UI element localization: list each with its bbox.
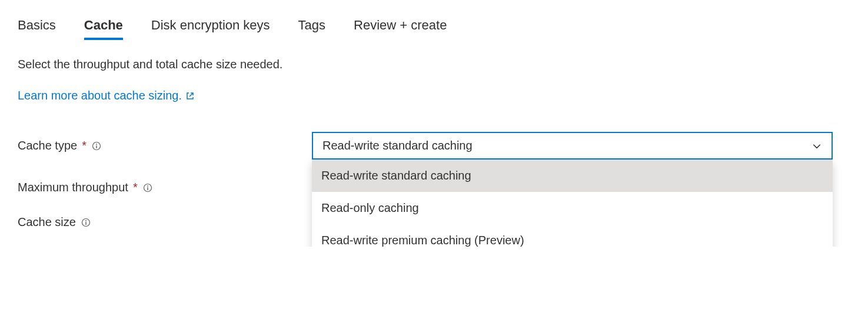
cache-type-label-text: Cache type: [18, 139, 77, 152]
cache-type-selected: Read-write standard caching: [322, 139, 473, 152]
cache-type-options: Read-write standard caching Read-only ca…: [312, 160, 833, 247]
label-cache-size: Cache size: [18, 215, 312, 229]
chevron-down-icon: [812, 141, 822, 151]
cache-type-option-1[interactable]: Read-only caching: [312, 192, 833, 224]
label-max-throughput: Maximum throughput *: [18, 181, 312, 194]
max-throughput-label-text: Maximum throughput: [18, 181, 128, 194]
tab-basics[interactable]: Basics: [18, 18, 56, 40]
required-asterisk: *: [133, 181, 138, 194]
svg-point-4: [147, 185, 148, 187]
info-icon[interactable]: [142, 182, 153, 193]
label-cache-type: Cache type *: [18, 139, 312, 152]
cache-type-dropdown[interactable]: Read-write standard caching: [312, 132, 833, 160]
svg-point-7: [85, 220, 87, 221]
tab-review-create[interactable]: Review + create: [354, 18, 447, 40]
tabs: Basics Cache Disk encryption keys Tags R…: [18, 18, 850, 40]
cache-type-option-0[interactable]: Read-write standard caching: [312, 160, 833, 192]
tab-disk-encryption-keys[interactable]: Disk encryption keys: [151, 18, 270, 40]
info-icon[interactable]: [91, 141, 102, 151]
cache-type-option-2[interactable]: Read-write premium caching (Preview): [312, 224, 833, 247]
external-link-icon: [185, 91, 195, 101]
svg-point-1: [96, 144, 97, 145]
row-cache-type: Cache type * Read-write standard caching: [18, 132, 850, 160]
tab-tags[interactable]: Tags: [298, 18, 325, 40]
tab-cache[interactable]: Cache: [84, 18, 123, 40]
cache-type-control: Read-write standard caching Read-write s…: [312, 132, 833, 160]
svg-rect-5: [147, 187, 148, 190]
info-icon[interactable]: [81, 217, 91, 228]
cache-size-label-text: Cache size: [18, 215, 76, 229]
learn-more-text: Learn more about cache sizing.: [18, 89, 182, 102]
svg-rect-8: [85, 222, 86, 225]
form-rows: Cache type * Read-write standard caching: [18, 132, 850, 229]
svg-rect-2: [96, 145, 97, 148]
required-asterisk: *: [82, 139, 87, 152]
cache-description: Select the throughput and total cache si…: [18, 58, 850, 71]
learn-more-link[interactable]: Learn more about cache sizing.: [18, 89, 195, 102]
